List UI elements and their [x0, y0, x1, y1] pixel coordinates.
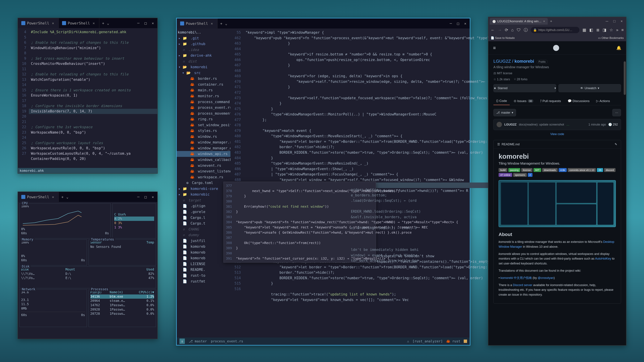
repo-name[interactable]: komorebi [514, 59, 534, 64]
tree-item[interactable]: 🦀 border.rs [177, 76, 230, 82]
tree-item[interactable]: 📄 komoreb [177, 244, 230, 250]
back-icon[interactable]: ← [491, 28, 495, 32]
close-icon[interactable]: × [51, 195, 55, 199]
tree-item[interactable]: 🦀 process_movement.rs [177, 111, 230, 116]
tree-item[interactable]: ▫ target [177, 197, 230, 203]
readme-screenshot[interactable] [498, 180, 616, 227]
tree-item[interactable]: 🦀 set_window_position. [177, 122, 230, 128]
close-button[interactable]: × [152, 21, 154, 25]
maximize-button[interactable]: □ [144, 21, 147, 25]
readme-badge[interactable]: 2 [528, 173, 532, 177]
maximize-button[interactable]: □ [144, 195, 147, 199]
tree-item[interactable]: 📄 .gorele [177, 209, 230, 215]
list-icon[interactable]: ☰ [497, 142, 500, 146]
url-bar[interactable]: 🔒 https://github.com/LGU… [531, 27, 580, 33]
readme-badge[interactable]: commits since v0.1.10 [568, 168, 596, 172]
tree-item[interactable]: 🦀 window.rs [177, 134, 230, 140]
tree-item[interactable]: 🦀 process_command.rs [177, 99, 230, 105]
shield-icon[interactable]: 🛡 [517, 28, 521, 32]
ahk-link[interactable]: AutoHotKey [595, 257, 611, 260]
tree-item[interactable]: ▸ 📁 derive-ahk [177, 53, 230, 58]
close-icon[interactable]: × [543, 19, 545, 23]
readme-badge[interactable]: passing [508, 168, 520, 172]
tree-item[interactable]: 📄 .gitign [177, 203, 230, 209]
info-icon[interactable]: ⓘ [524, 27, 528, 33]
minimize-button[interactable]: ─ [137, 195, 139, 199]
tab-powershell-2[interactable]: PowerShell × [59, 18, 100, 28]
bookmark-icon[interactable]: ☆ [610, 28, 613, 32]
new-tab-button[interactable]: + [548, 19, 554, 23]
avatar[interactable] [496, 122, 502, 127]
tree-item[interactable]: ▫ dist [177, 58, 230, 64]
other-bookmarks[interactable]: ▭ Other Bookmarks [598, 36, 624, 40]
forward-icon[interactable]: → [498, 28, 502, 32]
bookmark-item[interactable]: 📄 Save to Notado [491, 36, 515, 40]
edit-icon[interactable]: ✎ [615, 142, 617, 146]
tree-item[interactable]: 🦀 windows_callbacks.rs [177, 157, 230, 163]
repo-tab-actions[interactable]: ▷ Actions [594, 97, 613, 105]
browser-tab[interactable]: ⬤ LGUG2Z/komorebi: A tiling win… × [490, 18, 548, 25]
tree-item[interactable]: 🦀 ring.rs [177, 116, 230, 122]
license-link[interactable]: ⚖ MIT license [494, 71, 512, 75]
tab-menu-icon[interactable]: ⌄ [66, 195, 68, 199]
tree-item[interactable]: 🦀 winevent.rs [177, 163, 230, 169]
tree-item[interactable]: ▸ 📁 .github [177, 41, 230, 47]
repo-tab-issues[interactable]: ⊙ Issues 38 [511, 97, 536, 105]
readme-badge[interactable]: license [521, 168, 532, 172]
repo-tab-code[interactable]: ⟨⟩ Code [494, 97, 510, 105]
process-panel[interactable]: Processes PID(p)Name(n)CPU%(c)▼34136btm.… [88, 289, 156, 327]
tree-item[interactable]: 🦀 monitor.rs [177, 93, 230, 99]
tree-item[interactable]: 🦀 workspace.rs [177, 174, 230, 180]
tree-item[interactable]: ⚙ Cargo.toml [177, 180, 230, 186]
tab-menu-icon[interactable]: ⌄ [225, 21, 227, 26]
readme-badge[interactable]: discord [604, 168, 616, 172]
readme-badge[interactable]: sponsors [513, 173, 527, 177]
extension-icon[interactable]: ▦ [582, 28, 586, 32]
new-tab-button[interactable]: + [218, 21, 225, 26]
chevrons-icon[interactable]: » [616, 28, 618, 32]
readme-badge[interactable]: 26 [597, 168, 603, 172]
tree-item[interactable]: 🦀 container.rs [177, 82, 230, 87]
network-panel[interactable]: Network 34.6 23.1 11.5 0Mb 60s 0s [19, 289, 87, 327]
tree-item[interactable]: 📄 komoreb [177, 250, 230, 255]
user-link[interactable]: @crosstyan [538, 276, 554, 280]
readme-badge[interactable]: MIT [534, 168, 541, 172]
home-icon[interactable]: ⌂ [511, 28, 514, 32]
minimize-button[interactable]: ─ [606, 19, 608, 23]
tree-item[interactable]: 📄 justfil [177, 238, 230, 244]
tab-powershell[interactable]: PowerShell × [177, 18, 218, 28]
readme-filename[interactable]: README.md [502, 143, 520, 146]
tree-item[interactable]: 📄 rustfmt [177, 279, 230, 284]
code-content[interactable]: #Include %A_ScriptDir%\komorebi.generate… [29, 28, 157, 168]
maximize-button[interactable]: □ [613, 19, 616, 23]
tree-item[interactable]: ▫ dummy [177, 232, 230, 238]
file-tree[interactable]: komorebi\.. ▸ 📁 .git▸ 📁 .github ▫ .idea▸… [177, 28, 230, 338]
tree-item[interactable]: 🦀 window_manager_event [177, 145, 230, 151]
close-button[interactable]: × [620, 19, 623, 23]
hamburger-icon[interactable]: ≡ [493, 45, 496, 51]
tree-item[interactable]: 📄 LICENSE [177, 261, 230, 267]
commit-message[interactable]: docs(readme): update screenshot [519, 123, 564, 126]
minimize-button[interactable]: ─ [137, 21, 139, 25]
view-code-link[interactable]: View code [494, 132, 621, 136]
stars-count[interactable]: ☆ 1.2k stars [494, 77, 510, 81]
tree-item[interactable]: ▫ .idea [177, 47, 230, 53]
tree-item[interactable]: 🦀 styles.rs [177, 128, 230, 134]
tree-item[interactable]: 🦀 winevent_listener.rs [177, 168, 230, 174]
reader-icon[interactable]: ≣ [596, 28, 600, 32]
readme-badge[interactable]: 47 online [498, 173, 512, 177]
github-logo-icon[interactable] [553, 44, 560, 51]
tree-item[interactable]: ▸ 📁 .git [177, 35, 230, 41]
temperature-panel[interactable]: Temperatures Sensor Temp No Sensors Foun… [88, 240, 156, 266]
tree-item[interactable]: ▾ 📂 komorebi [177, 64, 230, 70]
readme-badge[interactable]: build [498, 168, 507, 172]
page-content[interactable]: ≡ 🔔 LGUG2Z / komorebi Public A tiling wi… [488, 41, 626, 345]
close-button[interactable]: × [464, 21, 466, 26]
close-icon[interactable]: × [210, 21, 214, 26]
tab-powershell-1[interactable]: PowerShell × [18, 18, 59, 28]
tree-item[interactable]: 📄 README. [177, 267, 230, 273]
editor-pane[interactable]: 4567891011121314151617181920212223242526… [18, 28, 157, 168]
tree-item[interactable]: 🦀 window_manager.rs [177, 139, 230, 145]
notification-icon[interactable]: 🔔 [616, 45, 621, 50]
tree-item[interactable]: ▸ 📁 komorebi-core [177, 186, 230, 192]
